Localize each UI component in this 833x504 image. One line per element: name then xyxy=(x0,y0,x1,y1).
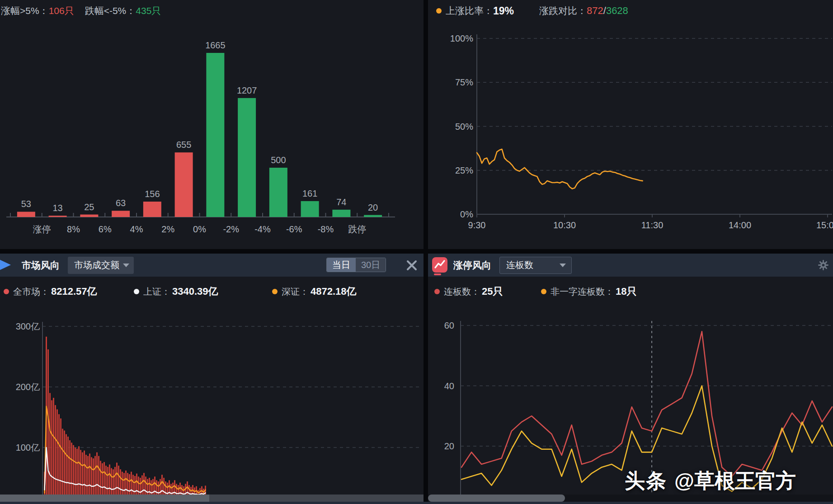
bottom-strip xyxy=(0,502,833,504)
svg-text:4%: 4% xyxy=(130,224,143,234)
svg-text:74: 74 xyxy=(336,197,346,207)
chevron-down-icon xyxy=(560,264,566,267)
svg-text:13: 13 xyxy=(53,203,63,213)
total-market-label: 全市场： xyxy=(13,286,49,298)
svg-text:300亿: 300亿 xyxy=(16,321,40,331)
shanghai-label: 上证： xyxy=(143,286,170,298)
market-panel-title: 市场风向 xyxy=(22,259,60,272)
svg-text:15:00: 15:00 xyxy=(816,220,833,230)
limitup-panel-title: 涨停风向 xyxy=(453,259,491,272)
svg-text:14:00: 14:00 xyxy=(729,220,751,230)
non-one-word-label: 非一字连板数： xyxy=(551,286,614,298)
left-scrollbar-thumb[interactable] xyxy=(0,495,209,502)
tab-today[interactable]: 当日 xyxy=(327,258,356,272)
limitup-legend: 连板数： 25只 非一字连板数： 18只 xyxy=(428,285,833,298)
market-dashboard: 涨幅>5%： 106只 跌幅<-5%： 435只 531325631566551… xyxy=(0,0,833,504)
market-metric-dropdown-value: 市场成交额 xyxy=(74,259,119,271)
svg-text:涨停: 涨停 xyxy=(33,224,51,234)
watermark: 头条@草根王官方 xyxy=(625,467,796,495)
svg-text:-4%: -4% xyxy=(254,224,271,234)
svg-text:156: 156 xyxy=(145,189,160,199)
legend-item-total: 全市场： 8212.57亿 xyxy=(4,285,97,298)
streak-value: 25只 xyxy=(482,285,503,298)
svg-text:20: 20 xyxy=(368,203,378,212)
market-panel-header: 市场风向 市场成交额 当日 30日 xyxy=(0,254,424,277)
svg-text:-2%: -2% xyxy=(223,224,239,234)
svg-text:2%: 2% xyxy=(161,224,174,234)
svg-text:6%: 6% xyxy=(99,224,112,234)
svg-text:655: 655 xyxy=(176,140,191,150)
panel-market-volume: 300亿200亿100亿 xyxy=(0,277,424,495)
svg-text:0%: 0% xyxy=(460,209,473,219)
tab-30d[interactable]: 30日 xyxy=(356,258,386,272)
svg-text:11:30: 11:30 xyxy=(641,220,664,230)
period-tabs: 当日 30日 xyxy=(326,258,386,272)
svg-text:9:30: 9:30 xyxy=(468,220,486,230)
non-one-word-dot xyxy=(541,289,546,294)
svg-text:100%: 100% xyxy=(450,33,473,43)
svg-text:1207: 1207 xyxy=(237,85,257,95)
limitup-count-chart: 604020 xyxy=(428,277,833,495)
gear-icon[interactable] xyxy=(818,259,829,273)
legend-item-streak: 连板数： 25只 xyxy=(434,285,503,298)
legend-item-shenzhen: 深证： 4872.18亿 xyxy=(272,285,357,298)
svg-text:63: 63 xyxy=(116,198,126,208)
shanghai-dot xyxy=(134,289,139,294)
limitup-trend-icon xyxy=(432,257,447,274)
market-volume-legend: 全市场： 8212.57亿 上证： 3340.39亿 深证： 4872.18亿 xyxy=(0,285,424,298)
panel-price-distribution: 涨幅>5%： 106只 跌幅<-5%： 435只 531325631566551… xyxy=(0,0,424,249)
svg-text:75%: 75% xyxy=(455,77,473,87)
total-market-dot xyxy=(4,289,9,294)
limitup-icon-underline xyxy=(434,273,441,275)
right-scrollbar-thumb[interactable] xyxy=(428,495,565,502)
svg-text:0%: 0% xyxy=(193,224,206,234)
panel-limitup-count: 604020 xyxy=(428,277,833,495)
streak-dot xyxy=(434,289,440,294)
price-distribution-chart: 53132563156655166512075001617420涨停8%6%4%… xyxy=(0,0,424,249)
svg-text:161: 161 xyxy=(302,188,317,198)
streak-label: 连板数： xyxy=(444,286,480,298)
watermark-handle: @草根王官方 xyxy=(674,469,796,492)
market-volume-chart: 300亿200亿100亿 xyxy=(0,277,424,495)
svg-text:10:30: 10:30 xyxy=(553,220,576,230)
svg-text:-8%: -8% xyxy=(318,224,334,234)
chevron-down-icon xyxy=(123,264,129,267)
svg-text:60: 60 xyxy=(444,320,454,330)
shenzhen-label: 深证： xyxy=(282,286,309,298)
svg-text:50%: 50% xyxy=(455,122,473,132)
limitup-metric-dropdown-value: 连板数 xyxy=(506,259,533,271)
panel-up-ratio: 上涨比率： 19% 涨跌对比： 872 / 3628 100%75%50%25%… xyxy=(428,0,833,249)
market-wind-icon xyxy=(0,257,13,274)
legend-item-non-one-word: 非一字连板数： 18只 xyxy=(541,285,636,298)
shenzhen-value: 4872.18亿 xyxy=(311,285,357,298)
svg-text:1665: 1665 xyxy=(205,40,226,50)
svg-text:100亿: 100亿 xyxy=(16,443,40,452)
limitup-panel-header: 涨停风向 连板数 xyxy=(428,254,833,277)
close-icon[interactable] xyxy=(406,259,418,273)
svg-text:25: 25 xyxy=(84,202,94,212)
svg-text:53: 53 xyxy=(21,199,31,209)
svg-text:40: 40 xyxy=(444,381,454,391)
svg-text:-6%: -6% xyxy=(286,224,302,234)
market-metric-dropdown[interactable]: 市场成交额 xyxy=(68,257,134,274)
svg-text:200亿: 200亿 xyxy=(16,382,40,392)
svg-text:8%: 8% xyxy=(67,224,80,234)
total-market-value: 8212.57亿 xyxy=(51,285,97,298)
non-one-word-value: 18只 xyxy=(616,285,636,298)
limitup-metric-dropdown[interactable]: 连板数 xyxy=(499,257,572,274)
legend-item-shanghai: 上证： 3340.39亿 xyxy=(134,285,218,298)
watermark-brand: 头条 xyxy=(625,469,667,492)
svg-text:25%: 25% xyxy=(455,165,473,175)
shanghai-value: 3340.39亿 xyxy=(172,285,218,298)
svg-text:20: 20 xyxy=(444,441,454,451)
svg-text:500: 500 xyxy=(271,155,286,165)
svg-text:跌停: 跌停 xyxy=(348,224,366,234)
shenzhen-dot xyxy=(272,289,278,294)
up-ratio-chart: 100%75%50%25%0%9:3010:3011:3014:0015:00 xyxy=(428,0,833,249)
